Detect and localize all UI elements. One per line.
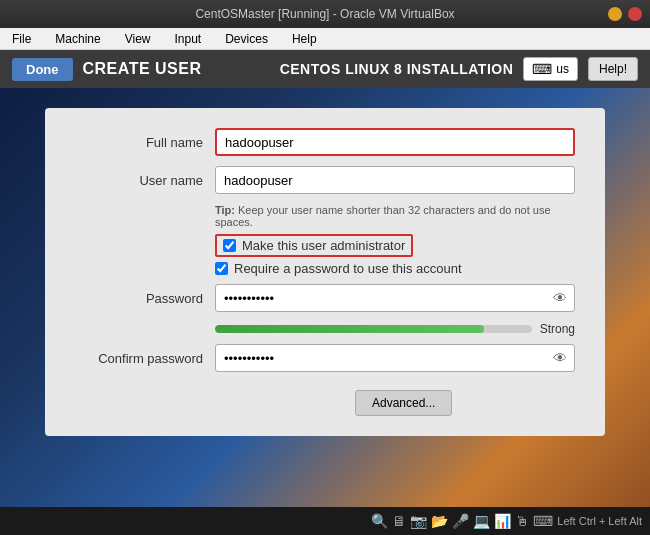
taskbar-icon-7[interactable]: 📊 [494,513,511,529]
admin-checkbox[interactable] [223,239,236,252]
menu-bar: File Machine View Input Devices Help [0,28,650,50]
user-name-input[interactable] [215,166,575,194]
language-label: us [556,62,569,76]
full-name-label: Full name [75,135,215,150]
admin-checkbox-wrapper: Make this user administrator [215,234,575,257]
header-right: CENTOS LINUX 8 INSTALLATION ⌨ us Help! [280,57,638,81]
password-input[interactable] [215,284,575,312]
taskbar-icon-3[interactable]: 📷 [410,513,427,529]
password-wrapper: 👁 [215,284,575,312]
full-name-row: Full name [75,128,575,156]
taskbar-icon-5[interactable]: 🎤 [452,513,469,529]
strength-label: Strong [540,322,575,336]
taskbar-icon-1[interactable]: 🔍 [371,513,388,529]
menu-machine[interactable]: Machine [51,30,104,48]
password-checkbox[interactable] [215,262,228,275]
advanced-button[interactable]: Advanced... [355,390,452,416]
user-name-row: User name [75,166,575,194]
confirm-password-input[interactable] [215,344,575,372]
admin-checkbox-label[interactable]: Make this user administrator [215,234,413,257]
done-button[interactable]: Done [12,58,73,81]
strength-fill [215,325,484,333]
strength-bar [215,325,532,333]
menu-view[interactable]: View [121,30,155,48]
keyboard-icon: ⌨ [532,61,552,77]
user-name-label: User name [75,173,215,188]
password-toggle-icon[interactable]: 👁 [553,290,567,306]
taskbar-icon-4[interactable]: 📂 [431,513,448,529]
password-row: Password 👁 [75,284,575,312]
create-user-title: CREATE USER [83,60,202,78]
tip-content: Keep your user name shorter than 32 char… [215,204,551,228]
centos-title: CENTOS LINUX 8 INSTALLATION [280,61,514,77]
advanced-button-wrapper: Advanced... [215,382,575,416]
menu-file[interactable]: File [8,30,35,48]
taskbar: 🔍 🖥 📷 📂 🎤 💻 📊 🖱 ⌨ Left Ctrl + Left Alt [0,507,650,535]
confirm-password-toggle-icon[interactable]: 👁 [553,350,567,366]
taskbar-shortcut-text: Left Ctrl + Left Alt [557,515,642,527]
menu-help[interactable]: Help [288,30,321,48]
virtualbox-window: CentOSMaster [Running] - Oracle VM Virtu… [0,0,650,535]
confirm-password-label: Confirm password [75,351,215,366]
form-container: Full name User name Tip: Keep your user … [45,108,605,436]
window-controls [608,7,642,21]
title-bar: CentOSMaster [Running] - Oracle VM Virtu… [0,0,650,28]
tip-label: Tip: [215,204,235,216]
strength-bar-row: Strong [215,322,575,336]
form-area: Full name User name Tip: Keep your user … [0,88,650,507]
tip-text: Tip: Keep your user name shorter than 32… [215,204,575,228]
close-button[interactable] [628,7,642,21]
full-name-input[interactable] [215,128,575,156]
confirm-password-wrapper: 👁 [215,344,575,372]
password-label: Password [75,291,215,306]
header-bar: Done CREATE USER CENTOS LINUX 8 INSTALLA… [0,50,650,88]
header-left: Done CREATE USER [12,58,202,81]
taskbar-icon-9[interactable]: ⌨ [533,513,553,529]
taskbar-icon-6[interactable]: 💻 [473,513,490,529]
taskbar-icon-8[interactable]: 🖱 [515,513,529,529]
confirm-password-row: Confirm password 👁 [75,344,575,372]
language-selector[interactable]: ⌨ us [523,57,578,81]
window-title: CentOSMaster [Running] - Oracle VM Virtu… [195,7,454,21]
password-checkbox-row: Require a password to use this account [215,261,575,276]
help-button[interactable]: Help! [588,57,638,81]
password-checkbox-label[interactable]: Require a password to use this account [215,261,462,276]
minimize-button[interactable] [608,7,622,21]
taskbar-icon-2[interactable]: 🖥 [392,513,406,529]
menu-devices[interactable]: Devices [221,30,272,48]
vm-screen: Done CREATE USER CENTOS LINUX 8 INSTALLA… [0,50,650,535]
menu-input[interactable]: Input [171,30,206,48]
